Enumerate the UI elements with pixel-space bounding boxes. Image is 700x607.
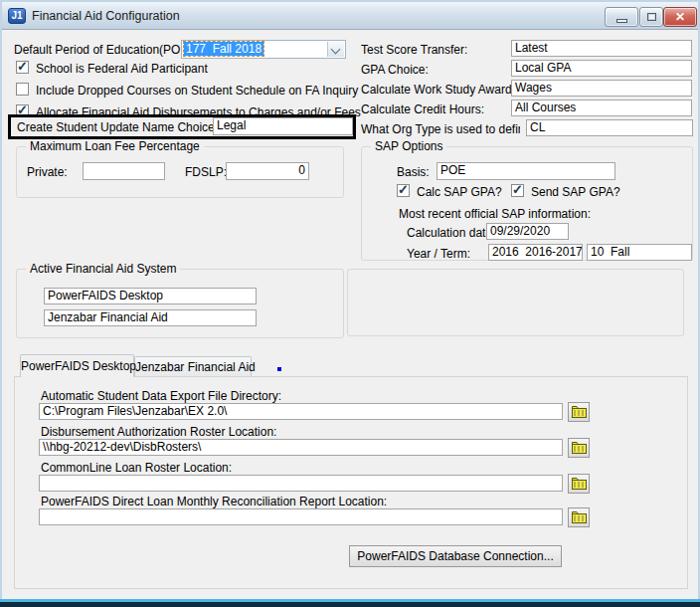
year-field[interactable]: 2016 2016-2017 [488,244,583,261]
export-dir-field[interactable]: C:\Program Files\Jenzabar\EX 2.0\ [39,403,563,420]
poe-selected-value: 177 Fall 2018 [184,42,263,56]
commonline-roster-browse-button[interactable] [568,474,590,494]
close-icon: ✕ [675,10,685,24]
close-button[interactable]: ✕ [663,7,697,27]
reconciliation-report-browse-button[interactable] [568,507,590,527]
financial-aid-configuration-window: J1 Financial Aid Configuration ✕ Default… [0,0,700,607]
folder-icon [572,406,587,418]
federal-aid-label: School is Federal Aid Participant [36,62,208,76]
poe-combobox[interactable]: 177 Fall 2018 [181,40,346,59]
poe-dropdown-button[interactable] [327,42,344,57]
export-dir-label: Automatic Student Data Export File Direc… [41,389,281,403]
powerfaids-db-connection-button[interactable]: PowerFAIDS Database Connection... [349,545,562,567]
blue-dot-artifact [277,367,281,371]
org-type-field[interactable]: CL [526,119,693,136]
credit-hours-label: Calculate Credit Hours: [361,102,484,116]
folder-icon [572,511,587,523]
minimize-button[interactable] [605,7,638,27]
active-system-title: Active Financial Aid System [26,262,180,276]
window-border-left [0,0,2,599]
dropped-courses-checkbox[interactable] [16,83,29,96]
minimize-icon [616,19,627,23]
active-system-field-1[interactable]: PowerFAIDS Desktop [44,288,257,304]
calc-sap-gpa-checkbox[interactable] [397,184,410,197]
calculation-date-field[interactable]: 09/29/2020 [486,223,569,240]
work-study-awards-label: Calculate Work Study Awards: [361,83,521,97]
gpa-choice-label: GPA Choice: [361,63,429,77]
test-score-transfer-label: Test Score Transfer: [361,43,467,57]
basis-field[interactable]: POE [437,162,615,180]
folder-icon [572,478,587,490]
commonline-roster-field[interactable] [39,475,563,492]
work-study-awards-field[interactable]: Wages [511,80,692,97]
gpa-choice-field[interactable]: Local GPA [511,60,692,77]
private-field[interactable] [83,162,165,180]
sap-options-title: SAP Options [371,139,446,153]
name-choice-highlight-box: Create Student Update Name Choice: Legal [8,114,356,139]
fdslp-label: FDSLP: [185,165,227,179]
window-title: Financial Aid Configuration [32,9,180,23]
title-bar[interactable]: J1 Financial Aid Configuration ✕ [2,2,698,30]
sap-options-group: SAP Options Basis: POE Calc SAP GPA? Sen… [361,146,693,261]
chevron-down-icon [331,45,341,55]
term-field[interactable]: 10 Fall [587,244,692,261]
dropped-courses-label: Include Dropped Courses on Student Sched… [36,84,358,98]
powerfaids-desktop-tab-panel: Automatic Student Data Export File Direc… [14,376,688,589]
disb-roster-field[interactable]: \\hbg-20212-dev\DisbRosters\ [39,439,563,456]
calc-sap-gpa-label: Calc SAP GPA? [417,185,502,199]
reconciliation-report-label: PowerFAIDS Direct Loan Monthly Reconcili… [41,495,387,508]
restore-button[interactable] [639,7,663,27]
tab-jenzabar-financial-aid[interactable]: Jenzabar Financial Aid [134,356,252,377]
federal-aid-checkbox[interactable] [16,61,29,74]
basis-label: Basis: [397,165,430,179]
max-loan-fee-group: Maximum Loan Fee Percentage Private: FDS… [16,146,344,198]
send-sap-gpa-label: Send SAP GPA? [531,185,620,199]
test-score-transfer-field[interactable]: Latest [511,40,692,57]
tab-powerfaids-desktop[interactable]: PowerFAIDS Desktop [20,354,134,377]
year-term-label: Year / Term: [407,247,470,261]
credit-hours-field[interactable]: All Courses [511,100,692,116]
active-system-group: Active Financial Aid System PowerFAIDS D… [16,269,344,338]
window-bottom-edge [0,602,700,607]
send-sap-gpa-checkbox[interactable] [511,184,524,197]
folder-icon [572,442,587,454]
org-type-label: What Org Type is used to define [361,122,520,136]
name-choice-field[interactable]: Legal [213,117,353,135]
disb-roster-browse-button[interactable] [568,438,590,458]
poe-label: Default Period of Education(POE) [14,43,192,57]
export-dir-browse-button[interactable] [568,402,590,422]
max-loan-fee-title: Maximum Loan Fee Percentage [26,139,204,153]
name-choice-label: Create Student Update Name Choice: [17,120,218,134]
recent-sap-info-label: Most recent official SAP information: [399,207,591,221]
j1-app-icon: J1 [8,8,26,24]
active-system-field-2[interactable]: Jenzabar Financial Aid [44,309,257,326]
calculation-date-label: Calculation date: [407,226,495,240]
restore-icon [647,13,656,21]
private-label: Private: [27,165,68,179]
empty-group-frame [347,269,684,336]
fdslp-field[interactable]: 0 [226,162,309,180]
commonline-roster-label: CommonLine Loan Roster Location: [41,461,232,475]
disb-roster-label: Disbursement Authorization Roster Locati… [41,425,276,439]
reconciliation-report-field[interactable] [39,508,563,525]
